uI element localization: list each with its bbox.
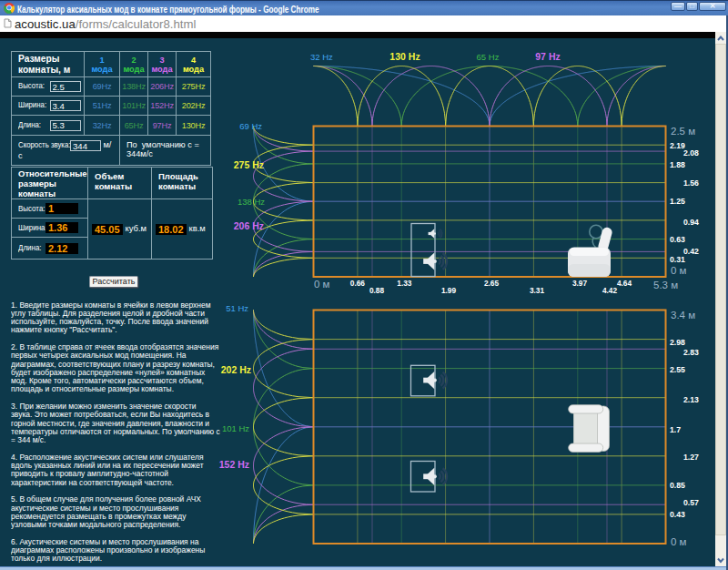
svg-text:275 Hz: 275 Hz [234,159,264,170]
svg-text:0.43: 0.43 [670,510,685,519]
svg-text:1.99: 1.99 [441,286,457,295]
svg-text:0.42: 0.42 [683,247,699,256]
svg-text:1.88: 1.88 [670,160,685,169]
svg-text:5.3 м: 5.3 м [653,280,678,290]
svg-text:0.94: 0.94 [683,218,699,227]
svg-text:97 Hz: 97 Hz [535,51,560,62]
svg-text:0.31: 0.31 [670,255,685,264]
svg-text:2.98: 2.98 [670,338,685,347]
svg-text:2.65: 2.65 [484,279,500,288]
svg-text:3.31: 3.31 [530,286,545,295]
svg-text:32 Hz: 32 Hz [310,52,333,62]
svg-text:2.55: 2.55 [670,365,685,374]
svg-text:1.27: 1.27 [683,453,699,462]
svg-text:1.56: 1.56 [683,178,699,188]
svg-text:1.25: 1.25 [670,197,685,206]
svg-text:4.42: 4.42 [602,286,618,295]
svg-text:206 Hz: 206 Hz [234,220,264,231]
svg-text:2.13: 2.13 [683,395,699,404]
svg-text:1.7: 1.7 [670,425,681,434]
svg-text:0.66: 0.66 [350,279,366,288]
svg-text:138 Hz: 138 Hz [238,197,265,207]
svg-text:130 Hz: 130 Hz [389,51,420,62]
svg-text:0.57: 0.57 [683,498,699,507]
svg-text:0 м: 0 м [671,265,687,276]
svg-text:2.08: 2.08 [683,148,699,158]
svg-text:4.64: 4.64 [617,279,632,288]
svg-text:69 Hz: 69 Hz [239,121,262,131]
svg-text:0.85: 0.85 [670,481,685,490]
svg-text:3.97: 3.97 [572,279,588,288]
svg-text:2.83: 2.83 [683,348,699,357]
svg-text:3.4 м: 3.4 м [671,310,695,321]
svg-text:2.5 м: 2.5 м [671,126,695,137]
svg-text:0.63: 0.63 [670,235,685,244]
svg-text:65 Hz: 65 Hz [477,52,500,62]
svg-text:0 м: 0 м [314,279,330,290]
svg-text:0.88: 0.88 [369,286,385,295]
svg-text:0 м: 0 м [671,536,687,547]
svg-text:1.33: 1.33 [397,279,412,288]
